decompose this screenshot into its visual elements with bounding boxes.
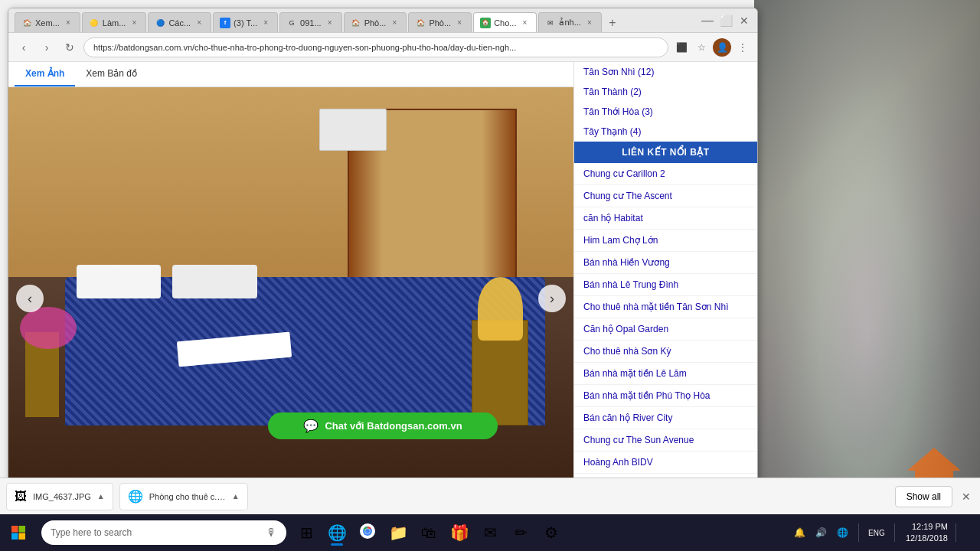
photo-prev-button[interactable]: ‹ [16, 285, 44, 312]
tab-label-2: Làm... [103, 18, 126, 28]
location-item-3[interactable]: Tây Thạnh (4) [574, 122, 757, 142]
tab-1[interactable]: 🏠 Xem... × [15, 12, 80, 32]
tab-6[interactable]: 🏠 Phò... × [344, 12, 407, 32]
download-icon-1: 🌐 [128, 489, 143, 504]
location-item-2[interactable]: Tân Thới Hòa (3) [574, 102, 757, 122]
search-mic-icon[interactable]: 🎙 [266, 527, 277, 539]
new-tab-button[interactable]: + [603, 14, 622, 32]
tab-close-6[interactable]: × [389, 18, 400, 28]
chrome-icon [359, 523, 376, 543]
tab-close-5[interactable]: × [325, 18, 335, 28]
network-icon[interactable]: 🌐 [834, 523, 852, 542]
link-6[interactable]: Cho thuê nhà mặt tiền Tân Sơn Nhì [574, 296, 757, 318]
minimize-button[interactable]: — [701, 14, 714, 28]
address-input[interactable] [83, 37, 668, 57]
download-item-1[interactable]: 🌐 Phòng cho thuê c....html ▲ [119, 483, 248, 510]
maximize-button[interactable]: ⬜ [719, 14, 733, 28]
tab-close-9[interactable]: × [584, 18, 595, 28]
tab-9[interactable]: ✉ ảnh... × [538, 12, 601, 32]
tab-8[interactable]: 🏠 Cho... × [473, 12, 537, 32]
tab-close-3[interactable]: × [194, 18, 204, 28]
main-panel: Xem Ảnh Xem Bản đồ [8, 62, 573, 527]
link-13[interactable]: Hoàng Anh BIDV [574, 452, 757, 474]
edge-browser-icon: 🌐 [328, 523, 347, 542]
link-7[interactable]: Căn hộ Opal Garden [574, 318, 757, 341]
taskbar-edge-icon[interactable]: 🌐 [322, 517, 352, 548]
tab-5[interactable]: G 091... × [279, 12, 342, 32]
taskbar-settings-icon[interactable]: ⚙ [536, 517, 567, 548]
tab-3[interactable]: 🔵 Các... × [148, 12, 211, 32]
photo-next-button[interactable]: › [538, 285, 566, 312]
tab-map[interactable]: Xem Bản đồ [75, 62, 148, 86]
tab-close-8[interactable]: × [519, 18, 530, 28]
download-chevron-1[interactable]: ▲ [232, 492, 240, 500]
cast-icon[interactable]: ⬛ [673, 39, 690, 56]
tab-close-7[interactable]: × [454, 18, 465, 28]
svg-rect-5 [19, 533, 26, 540]
tab-label-1: Xem... [35, 18, 60, 28]
desktop-background [754, 0, 980, 551]
notifications-icon[interactable]: 🔔 [791, 523, 809, 542]
taskbar-search[interactable]: Type here to search 🎙 [41, 520, 286, 545]
tab-close-2[interactable]: × [129, 18, 139, 28]
task-view-button[interactable]: ⊞ [291, 517, 322, 548]
link-8[interactable]: Cho thuê nhà Sơn Kỳ [574, 341, 757, 363]
tab-favicon-8: 🏠 [480, 18, 491, 28]
link-11[interactable]: Bán căn hộ River City [574, 407, 757, 429]
location-item-0[interactable]: Tân Sơn Nhì (12) [574, 62, 757, 82]
tab-2[interactable]: 🟡 Làm... × [82, 12, 147, 32]
svg-rect-2 [11, 526, 18, 533]
link-0[interactable]: Chung cư Carillon 2 [574, 163, 757, 185]
profile-icon[interactable]: 👤 [713, 38, 731, 57]
close-downloads-button[interactable]: ✕ [959, 487, 974, 506]
link-1[interactable]: Chung cư The Ascent [574, 185, 757, 207]
mail-icon: ✉ [484, 523, 497, 542]
language-indicator[interactable]: ENG [865, 523, 888, 542]
tab-favicon-6: 🏠 [351, 18, 361, 28]
show-all-button[interactable]: Show all [895, 486, 952, 507]
link-3[interactable]: Him Lam Chợ Lớn [574, 230, 757, 252]
link-2[interactable]: căn hộ Habitat [574, 207, 757, 230]
link-4[interactable]: Bán nhà Hiền Vương [574, 252, 757, 274]
tab-label-4: (3) T... [234, 18, 257, 28]
download-item-0[interactable]: 🖼 IMG_4637.JPG ▲ [6, 483, 113, 510]
download-icon-0: 🖼 [15, 490, 27, 504]
tab-7[interactable]: 🏠 Phò... × [408, 12, 472, 32]
clock-display[interactable]: 12:19 PM 12/18/2018 [901, 521, 952, 545]
start-button[interactable] [0, 514, 37, 551]
taskbar-store-icon[interactable]: 🛍 [413, 517, 444, 548]
tab-photo[interactable]: Xem Ảnh [15, 62, 75, 86]
volume-icon[interactable]: 🔊 [812, 523, 831, 542]
link-10[interactable]: Bán nhà mặt tiền Phú Thọ Hòa [574, 385, 757, 407]
tab-favicon-3: 🔵 [155, 18, 165, 28]
taskbar-pen-icon[interactable]: ✏ [505, 517, 536, 548]
tab-label-6: Phò... [364, 18, 387, 28]
chat-bubble-button[interactable]: 💬 Chat với Batdongsan.com.vn [268, 412, 498, 439]
link-5[interactable]: Bán nhà Lê Trung Đình [574, 274, 757, 296]
menu-icon[interactable]: ⋮ [734, 39, 751, 56]
forward-button[interactable]: › [38, 38, 56, 57]
window-controls: — ⬜ ✕ [701, 14, 751, 28]
tab-close-1[interactable]: × [63, 18, 74, 28]
tab-label-5: 091... [300, 18, 322, 28]
back-button[interactable]: ‹ [15, 38, 33, 57]
taskbar-search-placeholder: Type here to search [51, 527, 266, 538]
link-12[interactable]: Chung cư The Sun Avenue [574, 429, 757, 452]
pen-icon: ✏ [514, 523, 528, 542]
link-9[interactable]: Bán nhà mặt tiền Lê Lăm [574, 363, 757, 385]
svg-rect-3 [19, 526, 26, 533]
taskbar-explorer-icon[interactable]: 📁 [383, 517, 413, 548]
taskbar-gift-icon[interactable]: 🎁 [444, 517, 475, 548]
tab-4[interactable]: f (3) T... × [213, 12, 278, 32]
download-chevron-0[interactable]: ▲ [97, 492, 105, 500]
taskbar-mail-icon[interactable]: ✉ [475, 517, 505, 548]
tab-favicon-1: 🏠 [21, 18, 32, 28]
taskbar-chrome-icon[interactable] [352, 517, 383, 548]
reload-button[interactable]: ↻ [60, 38, 79, 57]
bookmark-icon[interactable]: ☆ [693, 39, 710, 56]
location-item-1[interactable]: Tân Thành (2) [574, 82, 757, 102]
close-button[interactable]: ✕ [737, 14, 751, 28]
tab-close-4[interactable]: × [260, 18, 271, 28]
sidebar: Tân Sơn Nhì (12) Tân Thành (2) Tân Thới … [573, 62, 757, 527]
show-desktop-button[interactable] [956, 523, 974, 542]
